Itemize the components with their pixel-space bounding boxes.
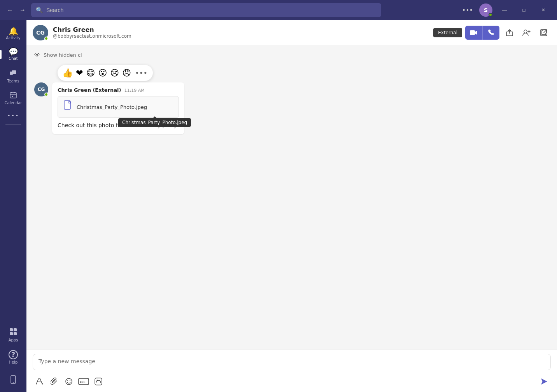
audio-call-button[interactable]: [482, 26, 499, 40]
sidebar-item-teams[interactable]: Teams: [2, 65, 25, 86]
more-icon: •••: [7, 113, 19, 118]
sidebar-item-activity[interactable]: 🔔 Activity: [2, 24, 25, 43]
svg-rect-17: [64, 101, 70, 109]
share-button[interactable]: [503, 26, 517, 40]
minimize-button[interactable]: —: [496, 4, 513, 16]
message-input-wrapper: [33, 354, 551, 370]
svg-rect-2: [10, 93, 16, 98]
more-reactions-button[interactable]: •••: [133, 68, 149, 78]
message-avatar: CG: [34, 82, 48, 96]
svg-text:GIF: GIF: [80, 380, 86, 384]
attach-button[interactable]: [47, 375, 61, 388]
sidebar-item-chat[interactable]: 💬 Chat: [2, 45, 25, 64]
svg-rect-1: [12, 70, 16, 74]
call-btn-group: [465, 26, 499, 40]
window-controls: — □ ✕: [496, 4, 552, 16]
thumbs-up-reaction[interactable]: 👍: [61, 67, 74, 79]
file-name: Christmas_Party_Photo.jpeg: [77, 104, 147, 110]
angry-reaction[interactable]: 😠: [121, 67, 132, 79]
message-sender: Chris Green (External): [58, 87, 121, 93]
main-layout: 🔔 Activity 💬 Chat Teams: [0, 20, 557, 392]
apps-icon: [9, 327, 18, 337]
sidebar-item-help[interactable]: ? Help: [2, 347, 25, 368]
search-icon: 🔍: [36, 7, 43, 14]
phone-icon: [9, 375, 18, 385]
svg-point-15: [524, 30, 527, 33]
contact-status-dot: [44, 37, 48, 40]
input-toolbar: GIF: [26, 373, 557, 392]
sidebar-label-chat: Chat: [9, 56, 18, 61]
sidebar-item-apps[interactable]: Apps: [2, 324, 25, 345]
sidebar-label-teams: Teams: [7, 79, 19, 83]
sidebar-label-apps: Apps: [9, 338, 18, 342]
calendar-icon: [9, 91, 17, 100]
contact-avatar: CG: [33, 25, 48, 40]
sidebar-item-more[interactable]: •••: [2, 110, 25, 121]
chat-icon: 💬: [9, 48, 18, 56]
message-item: CG Chris Green (External) 11:19 AM: [34, 82, 549, 134]
contact-initials: CG: [36, 30, 45, 36]
svg-point-20: [70, 380, 70, 381]
sidebar-item-calendar[interactable]: Calendar: [2, 88, 25, 108]
show-hidden-chats[interactable]: 👁 Show hidden cl: [34, 51, 549, 59]
sidebar-label-activity: Activity: [6, 36, 20, 40]
messages-area[interactable]: 👁 Show hidden cl 👍 ❤️ 😄 😮 😢 😠 ••• CG: [26, 45, 557, 350]
svg-rect-23: [95, 378, 102, 385]
svg-point-19: [67, 380, 68, 381]
sidebar-item-phone[interactable]: [2, 372, 25, 388]
message-input[interactable]: [39, 358, 545, 364]
external-badge: External: [433, 28, 462, 37]
reaction-popup: 👍 ❤️ 😄 😮 😢 😠 •••: [58, 65, 153, 81]
sidebar-label-help: Help: [9, 360, 18, 364]
user-avatar[interactable]: S: [479, 4, 492, 17]
sidebar-label-calendar: Calendar: [5, 101, 22, 105]
search-bar[interactable]: 🔍: [31, 3, 381, 17]
show-hidden-label: Show hidden cl: [44, 52, 82, 58]
open-in-new-button[interactable]: [537, 26, 551, 40]
format-button[interactable]: [33, 375, 46, 388]
svg-rect-8: [14, 328, 17, 331]
title-bar-right: ••• S — □ ✕: [459, 4, 552, 17]
search-input[interactable]: [46, 7, 377, 13]
title-bar: ← → 🔍 ••• S — □ ✕: [0, 0, 557, 20]
gif-button[interactable]: GIF: [77, 375, 90, 388]
nav-buttons: ← →: [5, 5, 28, 16]
svg-rect-9: [10, 332, 13, 335]
activity-icon: 🔔: [9, 27, 18, 35]
maximize-button[interactable]: □: [515, 4, 533, 16]
svg-rect-10: [14, 332, 17, 335]
message-status-dot: [44, 93, 48, 96]
contact-name: Chris Green: [53, 26, 429, 33]
video-call-button[interactable]: [465, 26, 482, 40]
heart-reaction[interactable]: ❤️: [75, 67, 84, 79]
avatar-initials: S: [484, 7, 488, 13]
eye-icon: 👁: [34, 51, 40, 59]
message-avatar-initials: CG: [38, 87, 45, 92]
input-area: GIF: [26, 350, 557, 392]
svg-rect-7: [10, 328, 13, 331]
header-actions: External: [433, 26, 551, 40]
svg-point-18: [66, 378, 72, 385]
file-attachment[interactable]: Christmas_Party_Photo.jpeg Christmas_Par…: [58, 96, 179, 118]
chat-area: CG Chris Green @bobbyrsectest.onmicrosof…: [26, 20, 557, 392]
svg-rect-13: [470, 30, 475, 35]
surprised-reaction[interactable]: 😮: [97, 67, 108, 79]
sticker-button[interactable]: [92, 375, 105, 388]
close-button[interactable]: ✕: [534, 4, 552, 16]
add-people-button[interactable]: [520, 26, 534, 40]
send-button[interactable]: [538, 375, 551, 388]
help-icon: ?: [9, 350, 18, 359]
svg-rect-6: [12, 96, 13, 97]
file-icon: [63, 100, 73, 114]
teams-icon: [9, 68, 18, 78]
emoji-button[interactable]: [62, 375, 75, 388]
message-content: Chris Green (External) 11:19 AM Christma…: [52, 82, 184, 134]
chat-header: CG Chris Green @bobbyrsectest.onmicrosof…: [26, 20, 557, 45]
laugh-reaction[interactable]: 😄: [85, 67, 96, 79]
more-options-button[interactable]: •••: [459, 5, 476, 16]
back-button[interactable]: ←: [5, 5, 16, 16]
message-header: Chris Green (External) 11:19 AM: [58, 87, 179, 93]
forward-button[interactable]: →: [17, 5, 28, 16]
contact-info: Chris Green @bobbyrsectest.onmicrosoft.c…: [53, 26, 429, 39]
sad-reaction[interactable]: 😢: [109, 67, 120, 79]
